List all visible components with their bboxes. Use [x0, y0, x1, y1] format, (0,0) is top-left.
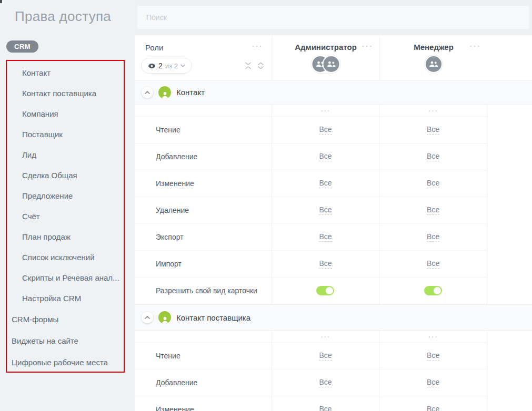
eye-icon [148, 63, 156, 69]
permissions-grid-contact: ··· ··· Чтение Все Все Добавление Все Вс… [135, 105, 487, 304]
sidebar-item-deal-general[interactable]: Сделка Общая [7, 165, 124, 186]
permission-value-link[interactable]: Все [427, 378, 439, 387]
sidebar-item-contact[interactable]: Контакт [7, 63, 124, 83]
sidebar-item-lead[interactable]: Лид [7, 145, 124, 165]
column-menu-cell: ··· [379, 331, 487, 342]
permission-value-link[interactable]: Все [427, 259, 439, 269]
chevron-up-icon [145, 316, 150, 319]
permission-value-link[interactable]: Все [427, 405, 439, 411]
sidebar-item-crm-settings[interactable]: Настройка CRM [7, 288, 124, 309]
permission-label: Разрешить свой вид карточки [135, 278, 272, 304]
roles-visibility-filter[interactable]: 2 из 2 [141, 58, 192, 74]
chevron-down-icon [180, 64, 185, 67]
people-icon [429, 61, 438, 67]
group-avatar [426, 56, 441, 72]
section-title: Контакт [176, 88, 205, 97]
column-menu-icon[interactable]: ··· [320, 108, 330, 113]
sidebar-item-invoice[interactable]: Счёт [7, 206, 124, 227]
sidebar: Права доступа CRM Контакт Контакт постав… [0, 0, 135, 411]
permission-value-link[interactable]: Все [427, 125, 439, 135]
permission-row-delete: Удаление Все Все [135, 197, 487, 224]
sidebar-item-scripts-speech[interactable]: Скрипты и Речевая анал... [7, 268, 124, 288]
permission-value-link[interactable]: Все [319, 125, 332, 135]
sidebar-item-label: Контакт [22, 68, 51, 77]
sidebar-item-label: Сделка Общая [22, 171, 77, 180]
permission-cell [379, 278, 487, 304]
card-view-toggle[interactable] [424, 286, 442, 295]
permissions-grid-supplier-contact: ··· ··· Чтение Все Все Добавление Все Вс… [135, 331, 487, 411]
filter-total: из 2 [165, 62, 178, 70]
permission-label: Импорт [135, 251, 272, 277]
sidebar-item-sales-plan[interactable]: План продаж [7, 227, 124, 247]
sidebar-item-site-widgets[interactable]: Виджеты на сайте [7, 330, 124, 352]
column-menu-cell: ··· [272, 105, 379, 116]
collapse-section-button[interactable] [142, 312, 153, 323]
permissions-main: Роли ··· 2 из 2 Администратор ··· [135, 0, 532, 411]
administrator-members[interactable] [311, 55, 341, 74]
permission-cell: Все [379, 224, 487, 250]
permission-value-link[interactable]: Все [319, 206, 332, 215]
permission-value-link[interactable]: Все [319, 351, 332, 361]
expand-all-icon[interactable] [257, 61, 264, 70]
column-menu-icon[interactable]: ··· [428, 108, 438, 113]
roles-menu-icon[interactable]: ··· [252, 44, 263, 49]
sidebar-item-label: Компания [22, 109, 58, 118]
permission-value-link[interactable]: Все [427, 206, 439, 215]
role-menu-icon[interactable]: ··· [362, 44, 373, 49]
permission-value-link[interactable]: Все [319, 179, 332, 188]
roles-header-cell: Роли ··· 2 из 2 [135, 35, 272, 80]
sidebar-item-label: Настройка CRM [22, 294, 81, 303]
chevron-up-icon [145, 91, 150, 94]
sidebar-item-label: Поставщик [22, 130, 63, 139]
permission-value-link[interactable]: Все [427, 179, 439, 188]
permission-value-link[interactable]: Все [319, 405, 332, 411]
sidebar-item-label: Цифровые рабочие места [12, 358, 108, 367]
sidebar-item-label: Счёт [22, 212, 40, 221]
role-menu-icon[interactable]: ··· [469, 44, 481, 49]
role-column-manager: Менеджер ··· [379, 35, 487, 80]
person-icon [162, 91, 168, 99]
permission-value-link[interactable]: Все [427, 232, 439, 242]
annotation-highlight-box: Контакт Контакт поставщика Компания Пост… [6, 60, 125, 373]
permission-value-link[interactable]: Все [427, 351, 439, 361]
sidebar-item-exclusion-list[interactable]: Список исключений [7, 247, 124, 268]
permission-row-import: Импорт Все Все [135, 251, 487, 278]
sidebar-item-label: План продаж [22, 232, 71, 241]
column-menu-icon[interactable]: ··· [428, 334, 438, 339]
column-menu-icon[interactable]: ··· [320, 334, 330, 339]
sidebar-item-label: Скрипты и Речевая анал... [22, 273, 119, 282]
search-input[interactable] [137, 6, 529, 29]
people-icon [327, 61, 336, 67]
permission-value-link[interactable]: Все [427, 152, 439, 161]
permission-row-read: Чтение Все Все [135, 117, 487, 143]
sidebar-item-label: CRM-формы [12, 315, 58, 324]
sidebar-item-crm-forms[interactable]: CRM-формы [7, 309, 124, 330]
sidebar-item-digital-workplaces[interactable]: Цифровые рабочие места [7, 352, 124, 373]
sidebar-item-quote[interactable]: Предложение [7, 186, 124, 206]
permission-row-edit: Изменение Все Все [135, 396, 487, 411]
permission-value-link[interactable]: Все [319, 232, 332, 242]
sidebar-item-supplier[interactable]: Поставщик [7, 124, 124, 145]
manager-members[interactable] [424, 55, 443, 74]
permission-cell: Все [379, 143, 487, 170]
permission-label: Изменение [135, 170, 272, 197]
access-rights-page: Права доступа CRM Контакт Контакт постав… [0, 0, 532, 411]
permission-value-link[interactable]: Все [319, 152, 332, 161]
sidebar-item-label: Лид [22, 150, 36, 159]
permission-value-link[interactable]: Все [319, 378, 332, 387]
card-view-toggle[interactable] [316, 286, 334, 295]
contact-entity-icon [158, 86, 171, 99]
person-icon [162, 316, 168, 324]
sidebar-item-company[interactable]: Компания [7, 104, 124, 124]
permission-row-read: Чтение Все Все [135, 343, 487, 369]
sidebar-item-supplier-contact[interactable]: Контакт поставщика [7, 83, 124, 104]
permission-label: Изменение [135, 396, 272, 411]
sidebar-item-label: Список исключений [22, 253, 95, 262]
collapse-all-icon[interactable] [245, 61, 252, 70]
collapse-section-button[interactable] [142, 87, 153, 98]
permission-value-link[interactable]: Все [319, 259, 332, 269]
permission-label: Экспорт [135, 224, 272, 250]
permission-label: Добавление [135, 143, 272, 170]
permission-cell: Все [272, 396, 379, 411]
column-menu-cell: ··· [379, 105, 487, 116]
